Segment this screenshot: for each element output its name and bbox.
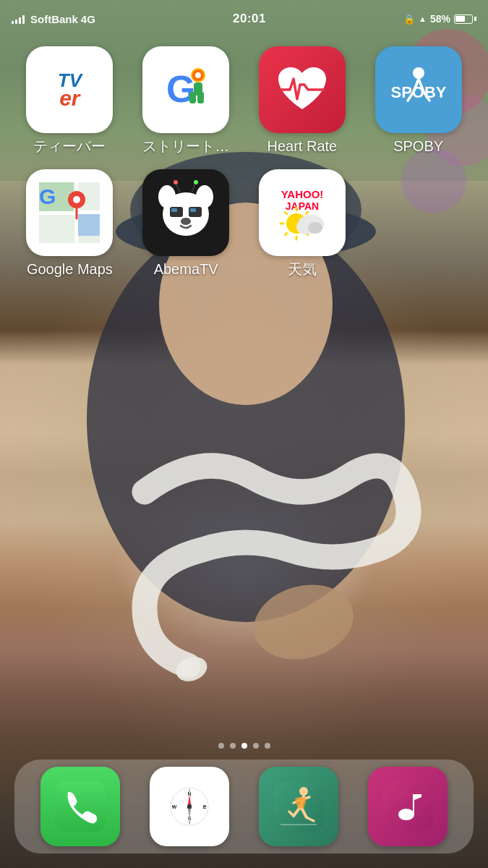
app-item-weather[interactable]: YAHOO! JAPAN 天気 <box>244 162 361 285</box>
svg-point-37 <box>196 185 213 208</box>
app-item-tver[interactable]: TV er ティーバー <box>12 39 128 162</box>
signal-bars <box>12 14 25 24</box>
dock-item-fitness[interactable] <box>259 767 338 846</box>
page-dot-5 <box>265 743 270 749</box>
svg-point-76 <box>187 804 192 809</box>
app-icon-tver: TV er <box>26 46 113 133</box>
svg-point-17 <box>195 72 201 78</box>
carrier-label: SoftBank <box>30 13 78 25</box>
page-dot-3 <box>241 743 247 749</box>
status-right: 🔒 ▲ 58% <box>403 13 476 25</box>
location-icon: ▲ <box>419 14 427 23</box>
svg-point-42 <box>181 218 191 225</box>
dock: N S E W <box>14 760 474 854</box>
svg-rect-40 <box>171 208 177 212</box>
svg-rect-87 <box>382 781 433 832</box>
lock-icon: 🔒 <box>403 14 415 25</box>
app-label-tver: ティーバー <box>33 137 106 155</box>
network-label: 4G <box>81 13 95 25</box>
app-icon-safari: N S E W <box>150 767 229 846</box>
app-label-spoby: SPOBY <box>393 137 443 155</box>
page-dot-4 <box>253 743 259 749</box>
app-label-abematv: AbemaTV <box>154 260 218 278</box>
app-icon-abematv <box>142 169 229 256</box>
app-icon-streetview: G <box>142 46 229 133</box>
app-icon-weather: YAHOO! JAPAN <box>259 169 346 256</box>
svg-point-20 <box>413 67 424 79</box>
status-bar: SoftBank 4G 20:01 🔒 ▲ 58% <box>0 0 488 32</box>
svg-text:W: W <box>172 804 177 809</box>
app-label-streetview: ストリートビ… <box>142 137 229 155</box>
app-item-heartrate[interactable]: Heart Rate <box>244 39 361 162</box>
app-icon-heartrate <box>259 46 346 133</box>
app-item-googlemaps[interactable]: G Google Maps <box>12 162 128 285</box>
app-icon-googlemaps: G <box>26 169 113 256</box>
page-indicator <box>0 743 488 749</box>
app-item-spoby[interactable]: SPOBY SPOBY <box>360 39 476 162</box>
svg-rect-62 <box>55 781 106 832</box>
app-label-weather: 天気 <box>288 260 317 278</box>
app-grid: TV er ティーバー G ストリートビ… <box>0 39 488 285</box>
tver-er-text: er <box>59 86 80 111</box>
svg-point-33 <box>73 196 80 203</box>
svg-point-36 <box>158 185 176 208</box>
svg-rect-30 <box>78 214 100 236</box>
page-dot-2 <box>230 743 236 749</box>
svg-text:JAPAN: JAPAN <box>286 200 319 212</box>
app-icon-phone <box>40 767 120 846</box>
svg-text:SPOBY: SPOBY <box>390 83 446 101</box>
svg-rect-41 <box>190 208 196 212</box>
app-item-streetview[interactable]: G ストリートビ… <box>128 39 244 162</box>
dock-item-phone[interactable] <box>40 767 120 846</box>
battery-percent: 58% <box>430 13 450 25</box>
svg-text:G: G <box>39 184 56 208</box>
svg-text:E: E <box>203 804 207 809</box>
page-dot-1 <box>218 743 224 749</box>
app-item-abematv[interactable]: AbemaTV <box>128 162 244 285</box>
svg-point-45 <box>174 180 178 184</box>
svg-rect-14 <box>189 92 196 103</box>
app-icon-fitness <box>259 767 338 846</box>
app-label-heartrate: Heart Rate <box>267 137 338 155</box>
time-display: 20:01 <box>233 12 266 26</box>
battery-icon <box>454 14 476 24</box>
app-label-googlemaps: Google Maps <box>27 260 113 278</box>
app-icon-music <box>368 767 448 846</box>
svg-point-46 <box>194 180 198 184</box>
svg-rect-15 <box>197 92 204 103</box>
dock-item-safari[interactable]: N S E W <box>150 767 229 846</box>
svg-text:YAHOO!: YAHOO! <box>281 188 324 200</box>
svg-rect-47 <box>266 176 338 249</box>
dock-item-music[interactable] <box>368 767 448 846</box>
status-left: SoftBank 4G <box>12 13 95 25</box>
app-icon-spoby: SPOBY <box>375 46 462 133</box>
svg-point-61 <box>308 222 322 234</box>
